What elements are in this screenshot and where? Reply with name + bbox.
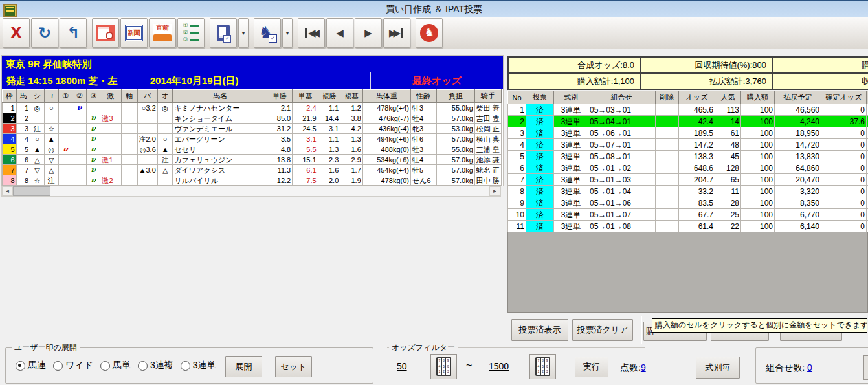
del-cell[interactable] xyxy=(656,174,679,186)
fuku-cell[interactable]: 1.1 xyxy=(318,134,340,144)
payout-cell[interactable]: 46,560 xyxy=(775,104,821,116)
yu-cell[interactable]: ▲ xyxy=(44,134,58,144)
waku-cell[interactable]: 1 xyxy=(3,103,17,113)
load-cell[interactable]: 55.0kg xyxy=(436,103,474,113)
tanki-cell[interactable]: 6.1 xyxy=(293,165,318,175)
sex-cell[interactable]: 牝3 xyxy=(410,124,436,134)
ba-cell[interactable]: ◎3.6 xyxy=(137,144,157,155)
uma-cell[interactable]: 2 xyxy=(16,113,30,124)
del-cell[interactable] xyxy=(656,221,679,232)
del-cell[interactable] xyxy=(656,139,679,151)
combo-cell[interactable]: 05→04→01 xyxy=(588,116,656,127)
m2-cell[interactable]: ν xyxy=(72,103,87,113)
jockey-cell[interactable]: 横山 典 xyxy=(474,134,501,144)
waku-cell[interactable]: 5 xyxy=(3,144,17,155)
pop-cell[interactable]: 128 xyxy=(715,162,741,174)
vote-cell[interactable]: 済 xyxy=(526,174,554,186)
pop-cell[interactable]: 45 xyxy=(715,151,741,162)
waku-cell[interactable]: 6 xyxy=(3,155,17,165)
fuku-cell[interactable]: 2.0 xyxy=(318,175,340,186)
tanki-cell[interactable]: 15.1 xyxy=(293,155,318,165)
m1-cell[interactable] xyxy=(58,155,72,165)
fuku-cell[interactable]: 3.1 xyxy=(318,124,340,134)
o-cell[interactable]: ○ xyxy=(157,134,173,144)
del-cell[interactable] xyxy=(656,104,679,116)
odds-cell[interactable]: 61.4 xyxy=(679,221,715,232)
waku-cell[interactable]: 2 xyxy=(3,113,17,124)
combo-cell[interactable]: 05→06→01 xyxy=(588,127,656,139)
tan-cell[interactable]: 3.5 xyxy=(267,134,292,144)
scroll-right-icon[interactable]: ► xyxy=(489,186,500,196)
odds-max-link[interactable]: 1500 xyxy=(489,361,509,371)
odds-cell[interactable]: 83.5 xyxy=(679,197,715,209)
del-cell[interactable] xyxy=(656,162,679,174)
type-cell[interactable]: 3連単 xyxy=(554,139,588,151)
fuku-cell[interactable]: 1.3 xyxy=(318,144,340,155)
amount-cell[interactable]: 100 xyxy=(741,162,775,174)
newspaper-button[interactable]: 新聞 xyxy=(120,18,148,48)
type-cell[interactable]: 3連単 xyxy=(554,127,588,139)
weight-cell[interactable]: 478kg(0) xyxy=(362,175,410,186)
del-cell[interactable] xyxy=(656,186,679,197)
odds-cell[interactable]: 204.7 xyxy=(679,174,715,186)
jiku-cell[interactable] xyxy=(122,175,137,186)
jra-button[interactable]: ♞ xyxy=(416,18,443,48)
numbered-list-button[interactable]: ①②③ xyxy=(177,18,205,48)
ba-cell[interactable]: ▲3.0 xyxy=(137,165,157,175)
tanki-cell[interactable]: 21.9 xyxy=(293,113,318,124)
ba-cell[interactable]: 注2.0 xyxy=(137,134,157,144)
m1-cell[interactable] xyxy=(58,124,72,134)
weight-cell[interactable]: 494kg(+6) xyxy=(362,134,410,144)
vote-cell[interactable]: 済 xyxy=(526,162,554,174)
fukuki-cell[interactable]: 1.9 xyxy=(340,175,363,186)
weight-cell[interactable]: 534kg(+6) xyxy=(362,155,410,165)
o-cell[interactable]: 注 xyxy=(157,155,173,165)
combo-cell[interactable]: 05→01→08 xyxy=(588,221,656,232)
tan-cell[interactable]: 4.8 xyxy=(267,144,292,155)
type-cell[interactable]: 3連単 xyxy=(554,221,588,232)
vote-cell[interactable]: 済 xyxy=(526,104,554,116)
pop-cell[interactable]: 113 xyxy=(715,104,741,116)
jiku-cell[interactable] xyxy=(122,103,137,113)
del-cell[interactable] xyxy=(656,209,679,221)
m1-cell[interactable]: ν xyxy=(58,144,72,155)
by-type-button[interactable]: 式別毎 xyxy=(696,357,740,379)
fixed-cell[interactable]: 0 xyxy=(821,104,867,116)
fukuki-cell[interactable]: 3.8 xyxy=(340,113,363,124)
m3-cell[interactable]: ν xyxy=(86,155,100,165)
m2-cell[interactable] xyxy=(72,165,87,175)
amount-cell[interactable]: 100 xyxy=(741,209,775,221)
geki-cell[interactable] xyxy=(100,144,122,155)
min-numpad-button[interactable]: 789456123 xyxy=(430,354,457,379)
type-cell[interactable]: 3連単 xyxy=(554,186,588,197)
sex-cell[interactable]: 牡3 xyxy=(410,103,436,113)
jiku-cell[interactable] xyxy=(122,144,137,155)
odds-cell[interactable]: 648.6 xyxy=(679,162,715,174)
tanki-cell[interactable]: 24.5 xyxy=(293,124,318,134)
fuku-cell[interactable]: 1.1 xyxy=(318,103,340,113)
sex-cell[interactable]: 牡6 xyxy=(410,134,436,144)
tanki-cell[interactable]: 3.1 xyxy=(293,134,318,144)
m3-cell[interactable]: ν xyxy=(86,144,100,155)
pop-cell[interactable]: 61 xyxy=(715,127,741,139)
type-cell[interactable]: 3連単 xyxy=(554,116,588,127)
del-cell[interactable] xyxy=(656,197,679,209)
clipped-button[interactable] xyxy=(863,355,868,380)
vote-cell[interactable]: 済 xyxy=(526,197,554,209)
bet-type-radio-ワイド[interactable]: ワイド xyxy=(53,360,93,371)
m3-cell[interactable] xyxy=(86,103,100,113)
fixed-cell[interactable]: 0 xyxy=(821,127,867,139)
fixed-cell[interactable]: 0 xyxy=(821,197,867,209)
m2-cell[interactable] xyxy=(72,124,87,134)
jiku-cell[interactable] xyxy=(122,155,137,165)
bet-list-dropdown[interactable]: ▾ xyxy=(238,18,249,48)
uma-cell[interactable]: 5 xyxy=(16,144,30,155)
uma-cell[interactable]: 4 xyxy=(16,134,30,144)
ba-cell[interactable] xyxy=(137,175,157,186)
no-cell[interactable]: 1 xyxy=(508,104,526,116)
amount-cell[interactable]: 100 xyxy=(741,186,775,197)
odds-window-button[interactable] xyxy=(92,18,119,48)
sex-cell[interactable]: せん6 xyxy=(410,175,436,186)
yu-cell[interactable]: 注 xyxy=(44,175,58,186)
jockey-cell[interactable]: 田中 勝 xyxy=(474,175,501,186)
